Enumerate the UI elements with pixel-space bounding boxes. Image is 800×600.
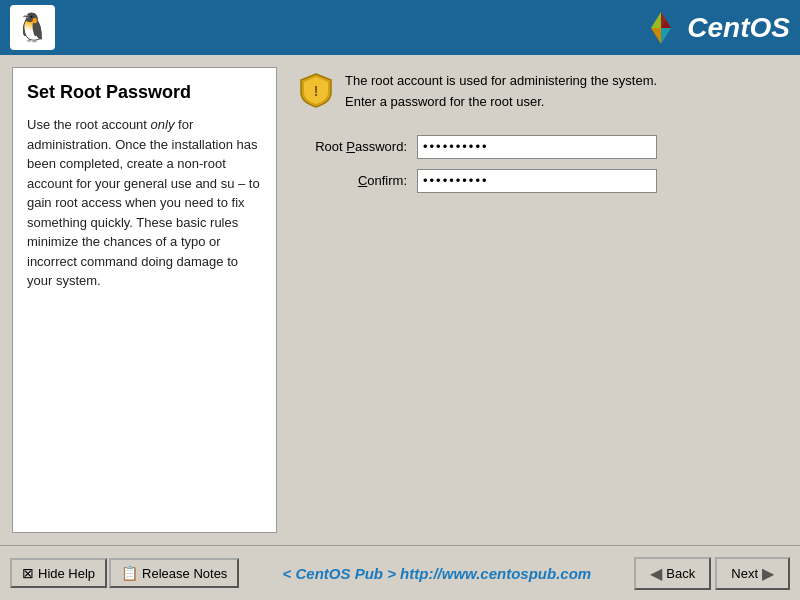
footer-left: ⊠ Hide Help 📋 Release Notes [10, 558, 239, 588]
footer-center-text: < CentOS Pub > http://www.centospub.com [239, 565, 634, 582]
svg-text:!: ! [314, 83, 319, 99]
notice-line1: The root account is used for administeri… [345, 71, 657, 92]
next-label: Next [731, 566, 758, 581]
desc-suffix: for administration. Once the installatio… [27, 117, 260, 288]
confirm-label: Confirm: [297, 173, 417, 188]
header-logo-left: 🐧 [10, 5, 55, 50]
hide-help-icon: ⊠ [22, 565, 34, 581]
desc-prefix: Use the root account [27, 117, 151, 132]
footer-right: ◀ Back Next ▶ [634, 557, 790, 590]
hide-help-label: Hide Help [38, 566, 95, 581]
desc-italic: only [151, 117, 175, 132]
notice-text: The root account is used for administeri… [345, 71, 657, 113]
left-panel-description: Use the root account only for administra… [27, 115, 262, 291]
release-notes-button[interactable]: 📋 Release Notes [109, 558, 239, 588]
notice-box: ! The root account is used for administe… [297, 71, 780, 113]
next-arrow-icon: ▶ [762, 564, 774, 583]
back-label: Back [666, 566, 695, 581]
left-panel: Set Root Password Use the root account o… [12, 67, 277, 533]
header: 🐧 CentOS [0, 0, 800, 55]
centos-logo: CentOS [643, 10, 790, 46]
confirm-row: Confirm: [297, 169, 780, 193]
tux-icon: 🐧 [10, 5, 55, 50]
password-row: Root Password: [297, 135, 780, 159]
root-password-input[interactable] [417, 135, 657, 159]
release-notes-icon: 📋 [121, 565, 138, 581]
hide-help-button[interactable]: ⊠ Hide Help [10, 558, 107, 588]
svg-marker-2 [661, 28, 671, 44]
centos-brand-text: CentOS [687, 12, 790, 44]
main-content: Set Root Password Use the root account o… [0, 55, 800, 545]
release-notes-label: Release Notes [142, 566, 227, 581]
svg-marker-3 [651, 28, 661, 44]
footer: ⊠ Hide Help 📋 Release Notes < CentOS Pub… [0, 545, 800, 600]
back-arrow-icon: ◀ [650, 564, 662, 583]
centos-pinwheel-icon [643, 10, 679, 46]
back-button[interactable]: ◀ Back [634, 557, 711, 590]
notice-line2: Enter a password for the root user. [345, 92, 657, 113]
right-panel: ! The root account is used for administe… [277, 55, 800, 545]
svg-marker-1 [651, 12, 661, 28]
password-label: Root Password: [297, 139, 417, 154]
left-panel-title: Set Root Password [27, 82, 262, 103]
confirm-password-input[interactable] [417, 169, 657, 193]
shield-icon: ! [297, 71, 335, 109]
next-button[interactable]: Next ▶ [715, 557, 790, 590]
